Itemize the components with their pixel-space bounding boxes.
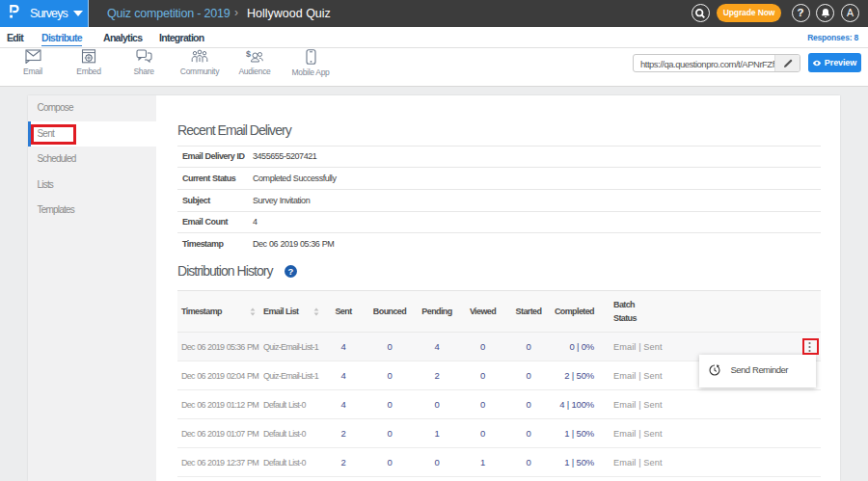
svg-text:$: $ <box>246 49 251 59</box>
